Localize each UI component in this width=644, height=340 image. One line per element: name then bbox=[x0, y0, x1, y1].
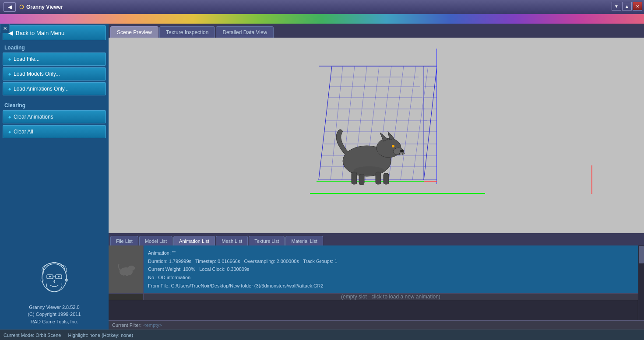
empty-slot-label[interactable]: (empty slot - click to load a new animat… bbox=[144, 294, 638, 300]
svg-point-0 bbox=[42, 264, 67, 292]
animation-empty-slot[interactable]: (empty slot - click to load a new animat… bbox=[109, 294, 638, 300]
svg-point-55 bbox=[354, 166, 384, 175]
sidebar-logo: Granny Viewer 2.8.52.0 (C) Copyright 199… bbox=[0, 254, 109, 330]
sidebar: ✕ ◀ Back to Main Menu Loading ◆ Load Fil… bbox=[0, 24, 109, 329]
current-mode: Current Mode: Orbit Scene bbox=[4, 333, 61, 338]
loading-section-label: Loading bbox=[0, 42, 109, 52]
bottom-content: Animation: "" Duration: 1.799999s Timest… bbox=[109, 245, 644, 320]
tab-material-list[interactable]: Material List bbox=[285, 236, 323, 245]
animation-thumbnail-0 bbox=[109, 245, 144, 293]
content-area: Scene Preview Texture Inspection Detaile… bbox=[109, 24, 644, 329]
diamond-icon: ◆ bbox=[8, 57, 11, 61]
tab-file-list[interactable]: File List bbox=[110, 236, 138, 245]
svg-rect-50 bbox=[352, 172, 357, 184]
svg-point-57 bbox=[128, 266, 135, 271]
tab-animation-list[interactable]: Animation List bbox=[173, 236, 215, 245]
window-back-button[interactable]: ◀ bbox=[4, 2, 16, 12]
clearing-section-label: Clearing bbox=[0, 100, 109, 109]
tab-texture-list[interactable]: Texture List bbox=[249, 236, 285, 245]
svg-rect-61 bbox=[124, 275, 126, 278]
load-models-only-button[interactable]: ◆ Load Models Only... bbox=[3, 67, 106, 81]
wolf-model bbox=[319, 113, 415, 192]
empty-slot-thumbnail bbox=[109, 294, 144, 300]
svg-point-53 bbox=[400, 150, 404, 152]
animation-lod: No LOD information bbox=[148, 273, 633, 282]
svg-rect-49 bbox=[384, 173, 389, 184]
svg-point-52 bbox=[392, 145, 394, 147]
highlight-info: Highlight: none (Hotkey: none) bbox=[68, 333, 133, 338]
minimize-button[interactable]: ▼ bbox=[612, 2, 621, 11]
bottom-panel: File List Model List Animation List Mesh… bbox=[109, 233, 644, 329]
sidebar-close-button[interactable]: ✕ bbox=[0, 24, 10, 33]
clear-animations-button[interactable]: ◆ Clear Animations bbox=[3, 110, 106, 123]
viewport[interactable] bbox=[109, 38, 644, 233]
tab-scene-preview[interactable]: Scene Preview bbox=[110, 26, 158, 38]
tab-mesh-list[interactable]: Mesh List bbox=[216, 236, 248, 245]
window-controls: ▼ ▲ ✕ bbox=[612, 2, 642, 11]
tab-detailed-data-view[interactable]: Detailed Data View bbox=[216, 26, 274, 38]
diamond-icon: ◆ bbox=[8, 130, 11, 134]
granny-logo-image bbox=[35, 258, 74, 302]
ground-plane-line bbox=[310, 193, 485, 194]
tab-model-list[interactable]: Model List bbox=[139, 236, 172, 245]
red-axis-line bbox=[591, 165, 592, 194]
diamond-icon: ◆ bbox=[8, 87, 11, 91]
scene-canvas bbox=[109, 38, 644, 233]
statusbar: Current Mode: Orbit Scene Highlight: non… bbox=[0, 329, 644, 340]
logo-text: Granny Viewer 2.8.52.0 (C) Copyright 199… bbox=[28, 304, 81, 326]
filter-value: <empty> bbox=[143, 322, 162, 328]
animation-name: Animation: "" bbox=[148, 249, 633, 257]
scrollbar-thumb[interactable] bbox=[639, 246, 644, 263]
close-button[interactable]: ✕ bbox=[633, 2, 642, 11]
filter-label: Current Filter: bbox=[112, 322, 141, 328]
svg-rect-60 bbox=[122, 275, 123, 278]
scrollbar[interactable] bbox=[638, 245, 644, 320]
decorative-topbar bbox=[0, 14, 644, 24]
clear-all-button[interactable]: ◆ Clear All bbox=[3, 125, 106, 138]
diamond-icon: ◆ bbox=[8, 115, 11, 119]
view-tabs: Scene Preview Texture Inspection Detaile… bbox=[109, 24, 644, 38]
svg-rect-58 bbox=[128, 275, 130, 278]
back-to-main-menu-button[interactable]: ◀ Back to Main Menu bbox=[3, 25, 106, 40]
animation-weight-row: Current Weight: 100% Local Clock: 0.3008… bbox=[148, 265, 633, 273]
load-file-button[interactable]: ◆ Load File... bbox=[3, 53, 106, 66]
animation-duration-row: Duration: 1.799999s Timestep: 0.016666s … bbox=[148, 257, 633, 266]
bottom-tabs: File List Model List Animation List Mesh… bbox=[109, 233, 644, 245]
wolf-thumb-icon bbox=[113, 259, 139, 280]
svg-point-5 bbox=[58, 276, 60, 277]
filter-bar: Current Filter: <empty> bbox=[109, 320, 644, 329]
animation-row-0[interactable]: Animation: "" Duration: 1.799999s Timest… bbox=[109, 245, 638, 294]
animation-list: Animation: "" Duration: 1.799999s Timest… bbox=[109, 245, 638, 320]
tab-texture-inspection[interactable]: Texture Inspection bbox=[159, 26, 215, 38]
load-animations-only-button[interactable]: ◆ Load Animations Only... bbox=[3, 82, 106, 95]
animation-info-0: Animation: "" Duration: 1.799999s Timest… bbox=[144, 245, 638, 293]
svg-rect-51 bbox=[359, 174, 364, 185]
maximize-button[interactable]: ▲ bbox=[622, 2, 632, 11]
svg-point-4 bbox=[49, 276, 51, 277]
titlebar: ◀ ⬡ Granny Viewer ▼ ▲ ✕ bbox=[0, 0, 644, 14]
svg-rect-59 bbox=[131, 275, 133, 278]
window-title: ⬡ Granny Viewer bbox=[19, 4, 63, 10]
diamond-icon: ◆ bbox=[8, 72, 11, 76]
animation-file-path: From File: C:/Users/TrueNoir/Desktop/New… bbox=[148, 282, 633, 290]
